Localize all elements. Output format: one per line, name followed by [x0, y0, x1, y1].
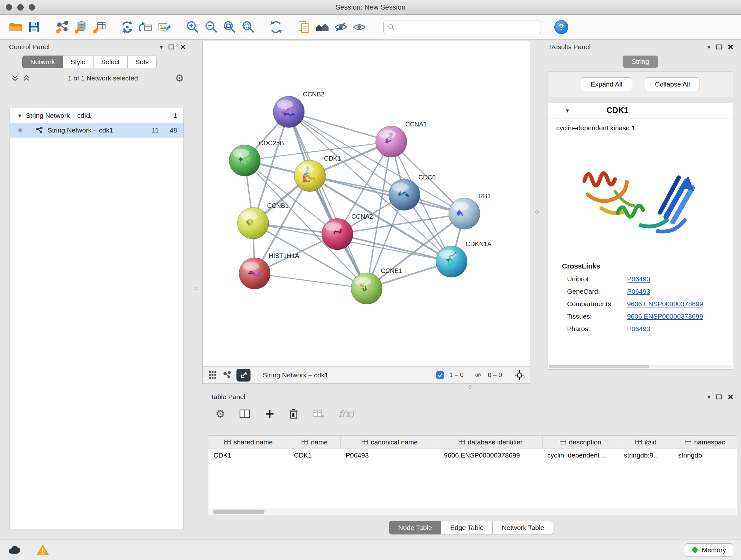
network-overview-button[interactable] — [222, 371, 231, 380]
clone-network-button[interactable] — [294, 17, 313, 37]
tab-sets[interactable]: Sets — [128, 56, 157, 68]
warnings-button[interactable] — [37, 544, 49, 556]
network-view[interactable]: CCNB2CCNA1CDC25BCDK1CDC6RB1CCNB1CCNA2CDK… — [202, 41, 530, 384]
network-graph[interactable]: CCNB2CCNA1CDC25BCDK1CDC6RB1CCNB1CCNA2CDK… — [203, 41, 530, 366]
hide-selected-button[interactable] — [332, 17, 350, 37]
collapse-all-button[interactable]: Collapse All — [645, 77, 700, 91]
zoom-window-button[interactable] — [29, 4, 35, 10]
protein-section-header[interactable]: ▾ CDK1 — [548, 103, 733, 118]
delete-table-button[interactable] — [313, 409, 325, 419]
node-CCNB2[interactable]: CCNB2 — [273, 91, 325, 127]
tab-string[interactable]: String — [623, 56, 658, 68]
memory-button[interactable]: Memory — [685, 543, 733, 557]
right-splitter-handle[interactable] — [535, 210, 539, 213]
zoom-fit-button[interactable] — [220, 17, 239, 37]
column-header[interactable]: name — [289, 436, 340, 449]
network-row[interactable]: String Network – cdk1 11 48 — [10, 123, 184, 138]
tab-select[interactable]: Select — [93, 56, 128, 68]
help-button[interactable]: ? — [554, 20, 568, 34]
zoom-out-button[interactable] — [202, 17, 220, 37]
cell-shared-name[interactable]: CDK1 — [208, 449, 289, 462]
cell-description[interactable]: cyclin–dependent ... — [542, 449, 619, 462]
column-header[interactable]: database identifier — [439, 436, 542, 449]
delete-column-button[interactable] — [289, 408, 298, 419]
float-panel-icon[interactable]: ▾ — [707, 394, 711, 400]
edge-CCNB2-CCNE1[interactable] — [289, 112, 367, 288]
minimize-window-button[interactable] — [17, 4, 23, 10]
cell-id[interactable]: stringdb:9... — [619, 449, 673, 462]
create-column-button[interactable] — [265, 409, 275, 419]
close-panel-icon[interactable]: × — [728, 42, 733, 52]
open-session-button[interactable] — [6, 17, 25, 37]
column-header[interactable]: shared name — [208, 436, 289, 449]
cell-namespace[interactable]: stringdb — [673, 449, 737, 462]
tree-expander-icon[interactable]: ▾ — [18, 112, 21, 119]
cell-name[interactable]: CDK1 — [289, 449, 340, 462]
cell-database-identifier[interactable]: 9606.ENSP00000378699 — [439, 449, 542, 462]
float-panel-icon[interactable]: ▾ — [159, 44, 163, 50]
edge-CDK1-RB1[interactable] — [310, 176, 464, 213]
network-collection-row[interactable]: ▾ String Network – cdk1 1 — [10, 108, 184, 123]
tab-edge-table[interactable]: Edge Table — [441, 521, 493, 535]
first-neighbors-button[interactable] — [313, 17, 332, 37]
import-network-file-button[interactable] — [53, 17, 71, 37]
column-header[interactable]: @id — [619, 436, 673, 449]
crosslink-link[interactable]: P06493 — [627, 325, 650, 333]
show-columns-button[interactable] — [239, 409, 251, 419]
crosslink-link[interactable]: 9606.ENSP00000378699 — [627, 313, 703, 320]
maximize-panel-icon[interactable] — [169, 44, 174, 50]
close-window-button[interactable] — [6, 4, 12, 10]
save-session-button[interactable] — [25, 17, 44, 37]
zoom-in-button[interactable] — [183, 17, 202, 37]
table-row[interactable]: CDK1 CDK1 P06493 9606.ENSP00000378699 cy… — [208, 449, 737, 462]
table-hscrollbar[interactable] — [208, 508, 737, 515]
fit-crosshair-icon[interactable] — [514, 370, 525, 381]
hidden-eye-slash-icon[interactable] — [473, 371, 483, 379]
selected-checkbox-icon[interactable] — [436, 371, 444, 379]
search-input[interactable] — [398, 23, 537, 31]
tab-style[interactable]: Style — [63, 56, 93, 68]
close-panel-icon[interactable]: × — [728, 392, 733, 401]
crosslink-link[interactable]: 9606.ENSP00000378699 — [627, 300, 703, 308]
column-header[interactable]: canonical name — [340, 436, 439, 449]
import-network-database-button[interactable] — [71, 17, 90, 37]
node-RB1[interactable]: RB1 — [449, 192, 491, 229]
cell-canonical-name[interactable]: P06493 — [340, 449, 439, 462]
expand-all-icon[interactable] — [22, 75, 30, 82]
crosslink-link[interactable]: P06493 — [627, 275, 650, 283]
float-panel-icon[interactable]: ▾ — [707, 44, 711, 50]
export-image-button[interactable] — [155, 17, 174, 37]
birds-eye-view-button[interactable] — [208, 370, 217, 380]
node-HIST1H1A[interactable]: HIST1H1A — [239, 252, 299, 289]
left-splitter-handle[interactable] — [194, 287, 197, 290]
maximize-panel-icon[interactable] — [716, 44, 722, 50]
collapse-all-icon[interactable] — [11, 75, 19, 82]
search-box[interactable] — [383, 20, 541, 34]
results-hscrollbar[interactable] — [549, 365, 732, 368]
node-CCNA1[interactable]: CCNA1 — [376, 121, 427, 158]
node-CDC25B[interactable]: CDC25B — [229, 139, 284, 176]
node-CCNB1[interactable]: CCNB1 — [238, 202, 289, 239]
export-table-button[interactable] — [137, 17, 155, 37]
tab-network-table[interactable]: Network Table — [493, 521, 553, 535]
function-builder-button[interactable]: f(x) — [339, 409, 354, 419]
maximize-panel-icon[interactable] — [716, 394, 722, 399]
edge-CCNB2-CCNA1[interactable] — [289, 112, 391, 141]
edge-HIST1H1A-CCNE1[interactable] — [255, 273, 367, 288]
expand-all-button[interactable]: Expand All — [581, 77, 632, 91]
apply-layout-button[interactable] — [267, 17, 285, 37]
close-panel-icon[interactable]: × — [180, 42, 186, 52]
crosslink-link[interactable]: P06493 — [627, 288, 650, 295]
table-options-button[interactable]: ⚙ — [215, 408, 225, 419]
export-network-button[interactable] — [118, 17, 137, 37]
network-options-gear-icon[interactable]: ⚙ — [175, 73, 184, 83]
show-all-button[interactable] — [350, 17, 368, 37]
tab-node-table[interactable]: Node Table — [389, 521, 441, 535]
section-expander-icon[interactable]: ▾ — [566, 107, 569, 114]
node-CDK1[interactable]: CDK1 — [294, 155, 341, 192]
node-CDKN1A[interactable]: CDKN1A — [436, 240, 492, 277]
import-table-button[interactable] — [90, 17, 109, 37]
column-header[interactable]: namespac — [673, 436, 737, 449]
column-header[interactable]: description — [542, 436, 619, 449]
bottom-splitter-handle[interactable] — [468, 385, 472, 389]
